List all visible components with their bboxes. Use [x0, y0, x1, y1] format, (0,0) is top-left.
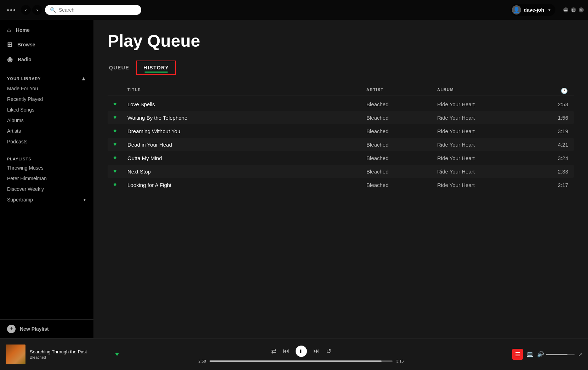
table-row[interactable]: ♥ Dead in Your Head Bleached Ride Your H… [108, 138, 574, 151]
user-menu-button[interactable]: 👤 dave-joh ▼ [510, 4, 555, 16]
window-controls: — ▢ ✕ [563, 7, 584, 12]
track-duration: 1:56 [543, 115, 568, 121]
sidebar-item-made-for-you[interactable]: Made For You [0, 83, 93, 94]
sidebar-item-peter-himmelman[interactable]: Peter Himmelman [0, 173, 93, 184]
track-duration: 2:17 [543, 182, 568, 188]
track-like-icon[interactable]: ♥ [113, 128, 127, 134]
track-like-icon[interactable]: ♥ [113, 182, 127, 188]
sidebar-item-browse[interactable]: ⊞ Browse [0, 37, 93, 52]
sidebar-item-discover-weekly[interactable]: Discover Weekly [0, 184, 93, 194]
progress-bar-container: 2:58 3:16 [199, 359, 404, 363]
track-album: Ride Your Heart [437, 128, 543, 134]
search-bar[interactable]: 🔍 [45, 5, 141, 15]
track-album: Ride Your Heart [437, 101, 543, 107]
table-row[interactable]: ♥ Waiting By the Telephone Bleached Ride… [108, 111, 574, 124]
player-track-name: Searching Through the Past [30, 349, 111, 354]
progress-bar[interactable] [210, 360, 393, 362]
col-header-empty [113, 87, 127, 94]
new-playlist-label: New Playlist [20, 326, 49, 332]
app-menu-button[interactable] [4, 8, 18, 12]
title-bar-right: 👤 dave-joh ▼ — ▢ ✕ [510, 4, 584, 16]
track-title: Dead in Your Head [127, 142, 366, 148]
sidebar-item-liked-songs[interactable]: Liked Songs [0, 104, 93, 115]
shuffle-button[interactable]: ⇄ [271, 347, 276, 355]
player-bar: Searching Through the Past Bleached ♥ ⇄ … [0, 338, 588, 370]
maximize-button[interactable]: ▢ [571, 7, 576, 12]
search-icon: 🔍 [50, 7, 56, 13]
table-row[interactable]: ♥ Looking for A Fight Bleached Ride Your… [108, 178, 574, 192]
col-header-artist: ARTIST [366, 87, 437, 94]
track-artist: Bleached [366, 169, 437, 175]
sidebar-item-supertramp[interactable]: Supertramp ▼ [0, 194, 93, 205]
title-bar: ‹ › 🔍 👤 dave-joh ▼ — ▢ ✕ [0, 0, 588, 20]
page-title: Play Queue [108, 31, 574, 51]
track-title: Next Stop [127, 169, 366, 175]
queue-button[interactable]: ☰ [512, 349, 523, 360]
chevron-down-icon: ▼ [83, 198, 86, 202]
sidebar-item-label: Radio [18, 57, 32, 62]
pause-button[interactable]: ⏸ [296, 346, 307, 357]
progress-fill [210, 360, 382, 362]
fullscreen-button[interactable]: ⤢ [578, 352, 582, 357]
track-artist: Bleached [366, 182, 437, 188]
track-duration: 3:19 [543, 128, 568, 134]
track-like-icon[interactable]: ♥ [113, 141, 127, 148]
playlists-section: PLAYLISTS [0, 151, 93, 163]
sidebar-item-radio[interactable]: ◉ Radio [0, 52, 93, 67]
your-library-label: YOUR LIBRARY [7, 76, 41, 81]
library-collapse-button[interactable]: ▲ [81, 75, 86, 82]
browse-icon: ⊞ [7, 41, 12, 49]
search-input[interactable] [59, 7, 136, 13]
track-artist: Bleached [366, 115, 437, 121]
sidebar-item-recently-played[interactable]: Recently Played [0, 94, 93, 104]
sidebar-item-label: Browse [17, 42, 35, 47]
minimize-button[interactable]: — [563, 7, 568, 12]
album-art [6, 345, 25, 364]
clock-icon: 🕐 [543, 87, 568, 94]
table-row[interactable]: ♥ Dreaming Without You Bleached Ride You… [108, 124, 574, 138]
your-library-section: YOUR LIBRARY ▲ [0, 70, 93, 83]
table-row[interactable]: ♥ Outta My Mind Bleached Ride Your Heart… [108, 151, 574, 165]
sidebar-item-albums[interactable]: Albums [0, 115, 93, 126]
volume-fill [546, 354, 567, 355]
table-row[interactable]: ♥ Love Spells Bleached Ride Your Heart 2… [108, 97, 574, 111]
sidebar-item-throwing-muses[interactable]: Throwing Muses [0, 163, 93, 173]
tab-history[interactable]: HISTORY [136, 61, 176, 75]
nav-forward-button[interactable]: › [32, 5, 42, 15]
volume-bar[interactable] [546, 354, 575, 355]
user-name: dave-joh [524, 7, 544, 13]
new-playlist-button[interactable]: + New Playlist [0, 319, 93, 338]
radio-icon: ◉ [7, 56, 13, 63]
sidebar: ⌂ Home ⊞ Browse ◉ Radio YOUR LIBRARY ▲ M… [0, 20, 93, 338]
next-button[interactable]: ⏭ [313, 347, 320, 355]
player-artist-name: Bleached [30, 355, 111, 359]
track-title: Love Spells [127, 101, 366, 107]
track-artist: Bleached [366, 101, 437, 107]
sidebar-item-podcasts[interactable]: Podcasts [0, 136, 93, 147]
track-like-icon[interactable]: ♥ [113, 168, 127, 175]
total-time: 3:16 [396, 359, 404, 363]
track-like-icon[interactable]: ♥ [113, 155, 127, 161]
player-controls: ⇄ ⏮ ⏸ ⏭ ↺ [271, 346, 331, 357]
prev-button[interactable]: ⏮ [283, 347, 289, 355]
content-inner: Play Queue QUEUE HISTORY TITLE ARTIST AL… [93, 20, 588, 199]
sidebar-item-home[interactable]: ⌂ Home [0, 23, 93, 37]
track-duration: 2:53 [543, 101, 568, 107]
repeat-button[interactable]: ↺ [326, 347, 331, 355]
table-header: TITLE ARTIST ALBUM 🕐 [108, 86, 574, 96]
track-like-icon[interactable]: ♥ [113, 101, 127, 107]
player-like-button[interactable]: ♥ [115, 351, 119, 358]
table-row[interactable]: ♥ Next Stop Bleached Ride Your Heart 2:3… [108, 165, 574, 178]
close-button[interactable]: ✕ [579, 7, 584, 12]
player-center: ⇄ ⏮ ⏸ ⏭ ↺ 2:58 3:16 [119, 346, 483, 363]
nav-back-button[interactable]: ‹ [21, 5, 31, 15]
plus-icon: + [7, 325, 16, 333]
track-artist: Bleached [366, 155, 437, 161]
tab-queue[interactable]: QUEUE [108, 61, 136, 75]
volume-icon[interactable]: 🔊 [537, 351, 544, 358]
track-album: Ride Your Heart [437, 169, 543, 175]
sidebar-item-artists[interactable]: Artists [0, 126, 93, 136]
device-button[interactable]: 💻 [526, 351, 533, 358]
track-artist: Bleached [366, 128, 437, 134]
track-like-icon[interactable]: ♥ [113, 114, 127, 121]
